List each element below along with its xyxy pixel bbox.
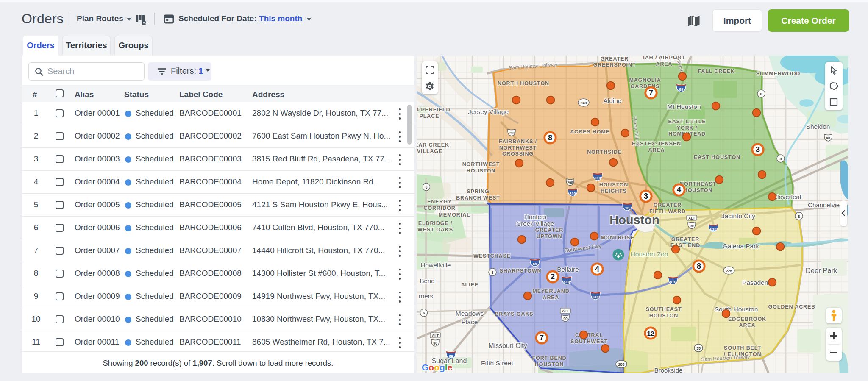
svg-text:Meadows: Meadows: [456, 310, 484, 317]
svg-text:ACRES HOME: ACRES HOME: [570, 129, 610, 135]
svg-text:FAIRBANKS /NORTHWESTCROSSING: FAIRBANKS /NORTHWESTCROSSING: [499, 139, 537, 157]
svg-text:Missouri City: Missouri City: [488, 342, 527, 349]
svg-text:ALIEF: ALIEF: [461, 282, 479, 288]
svg-text:ELDRIDGE /WEST OAKS: ELDRIDGE /WEST OAKS: [417, 220, 453, 233]
svg-text:8: 8: [697, 262, 701, 270]
svg-text:Bellaire: Bellaire: [557, 266, 579, 273]
svg-text:90: 90: [563, 317, 568, 321]
svg-text:Fifth Street: Fifth Street: [481, 359, 513, 367]
svg-text:12: 12: [647, 330, 654, 337]
svg-text:GREENSPOINT: GREENSPOINT: [593, 62, 636, 68]
svg-text:8: 8: [548, 133, 552, 142]
svg-text:610: 610: [594, 176, 601, 180]
svg-text:NORTHWESTHOUSTON: NORTHWESTHOUSTON: [462, 161, 500, 174]
svg-text:69: 69: [679, 87, 683, 92]
svg-text:8: 8: [491, 270, 493, 275]
svg-text:90: 90: [690, 224, 694, 228]
svg-text:CENTRALSOUTHWEST: CENTRALSOUTHWEST: [570, 332, 608, 345]
svg-text:MONTROSE: MONTROSE: [601, 235, 634, 241]
svg-text:10: 10: [625, 206, 629, 210]
svg-text:Mt Houston: Mt Houston: [667, 103, 701, 110]
svg-text:Deer Park: Deer Park: [806, 267, 837, 274]
svg-text:7: 7: [540, 334, 544, 342]
svg-text:3: 3: [756, 145, 760, 154]
svg-text:EAST HOUSTON: EAST HOUSTON: [694, 154, 740, 160]
svg-text:Bend: Bend: [420, 277, 434, 284]
svg-text:SUMMERWOOD: SUMMERWOOD: [756, 71, 801, 77]
svg-text:8: 8: [779, 157, 782, 161]
svg-text:FALL CREEK: FALL CREEK: [698, 68, 734, 74]
svg-text:Jersey Village: Jersey Village: [468, 108, 509, 115]
svg-text:225: 225: [726, 269, 732, 273]
svg-text:35: 35: [696, 346, 701, 350]
svg-text:Galena Park: Galena Park: [723, 242, 759, 250]
svg-text:Channelview: Channelview: [808, 201, 844, 209]
svg-text:GREATERFIFTH WARD: GREATERFIFTH WARD: [649, 202, 686, 214]
svg-text:South Houston: South Houston: [715, 306, 758, 313]
svg-text:ENERGYCORRIDOR: ENERGYCORRIDOR: [423, 199, 455, 211]
svg-text:GREATER: GREATER: [671, 236, 700, 242]
svg-text:3: 3: [644, 192, 648, 200]
svg-text:610: 610: [710, 227, 716, 231]
svg-text:HOUSTONHEIGHTS: HOUSTONHEIGHTS: [599, 182, 629, 194]
svg-text:249: 249: [580, 101, 587, 105]
svg-text:NORTH HOUSTON: NORTH HOUSTON: [498, 81, 549, 86]
svg-text:90: 90: [433, 341, 437, 345]
svg-text:90: 90: [826, 136, 830, 140]
svg-text:GREATER: GREATER: [601, 56, 629, 62]
svg-text:ALT: ALT: [562, 309, 569, 313]
svg-text:NORTHSIDE: NORTHSIDE: [587, 149, 622, 155]
svg-text:8: 8: [760, 92, 762, 96]
svg-text:ALT: ALT: [688, 216, 696, 220]
svg-text:rners: rners: [419, 292, 433, 300]
svg-text:7: 7: [649, 89, 653, 97]
svg-text:610: 610: [569, 192, 576, 196]
svg-text:Aldine: Aldine: [603, 97, 621, 104]
svg-text:2: 2: [551, 273, 555, 281]
svg-text:610: 610: [592, 295, 598, 299]
svg-text:FORT BENDHOUSTON: FORT BENDHOUSTON: [532, 355, 566, 367]
svg-text:Cloverleaf: Cloverleaf: [773, 193, 801, 200]
svg-text:Jacinto City: Jacinto City: [721, 212, 755, 220]
svg-text:Hunters: Hunters: [524, 213, 547, 220]
svg-text:Houston Zoo: Houston Zoo: [631, 250, 668, 258]
svg-text:Place: Place: [462, 318, 478, 325]
svg-text:6: 6: [425, 185, 427, 189]
svg-text:69: 69: [533, 262, 537, 266]
svg-text:Google: Google: [422, 362, 452, 372]
svg-text:Brookside: Brookside: [654, 367, 683, 373]
svg-text:Houston: Houston: [609, 213, 659, 227]
svg-text:290: 290: [509, 131, 515, 135]
svg-text:Howellville: Howellville: [421, 261, 451, 269]
svg-text:MAGNOLIAGARDENS: MAGNOLIAGARDENS: [629, 77, 661, 89]
svg-text:BRAYS OAKS: BRAYS OAKS: [495, 311, 533, 317]
svg-text:WESTCHASE: WESTCHASE: [473, 253, 511, 259]
svg-text:288: 288: [618, 362, 624, 367]
svg-text:4: 4: [595, 265, 599, 273]
svg-text:ALT: ALT: [432, 334, 439, 338]
svg-text:GREATERUPTOWN: GREATERUPTOWN: [535, 227, 564, 239]
svg-text:Sheldon: Sheldon: [806, 123, 830, 130]
svg-text:Pasadena: Pasadena: [742, 279, 772, 286]
svg-text:GOLDEN ACRES: GOLDEN ACRES: [768, 304, 815, 310]
svg-text:8: 8: [798, 214, 800, 219]
svg-text:SOUTHEASTHOUSTON: SOUTHEASTHOUSTON: [645, 306, 682, 319]
svg-text:4: 4: [677, 186, 681, 194]
svg-text:SHARPSTOWN: SHARPSTOWN: [499, 268, 541, 274]
svg-text:290: 290: [567, 181, 573, 185]
svg-text:610: 610: [670, 280, 676, 284]
svg-text:6: 6: [423, 311, 425, 315]
svg-text:610: 610: [563, 280, 570, 284]
svg-text:MEMORIAL: MEMORIAL: [438, 212, 470, 218]
svg-text:Creek Village: Creek Village: [517, 220, 554, 227]
